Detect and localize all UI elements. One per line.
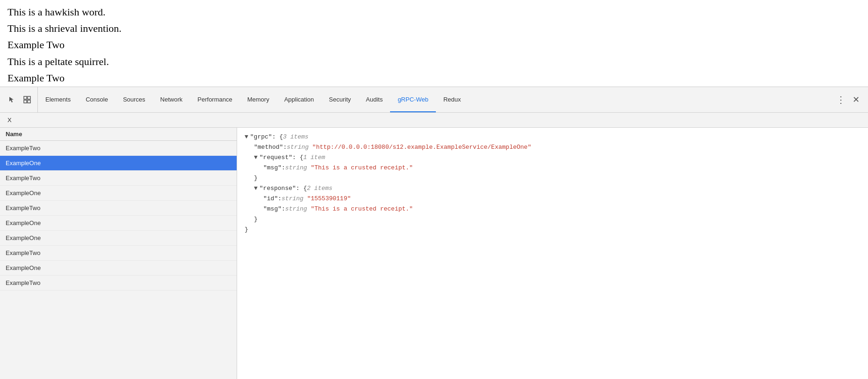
- page-line-4: This is a peltate squirrel.: [7, 53, 861, 70]
- page-content: This is a hawkish word. This is a shriev…: [0, 0, 868, 87]
- page-line-5: Example Two: [7, 70, 861, 86]
- list-item[interactable]: ExampleTwo: [0, 276, 237, 291]
- list-item[interactable]: ExampleOne: [0, 216, 237, 231]
- collapse-arrow-response[interactable]: ▼: [254, 185, 258, 192]
- json-request-line: ▼ "request" : { 1 item: [245, 154, 861, 164]
- json-request-close: }: [245, 175, 861, 185]
- json-method-line: "method" : string "http://0.0.0.0:18080/…: [245, 144, 861, 154]
- main-content: Name ExampleTwo ExampleOne ExampleTwo Ex…: [0, 128, 868, 379]
- json-detail-panel: ▼ "grpc" : { 3 items "method" : string "…: [237, 128, 868, 379]
- json-id-line: "id" : string "1555390119": [245, 195, 861, 205]
- tab-sources[interactable]: Sources: [116, 87, 153, 112]
- tab-elements[interactable]: Elements: [38, 87, 78, 112]
- cursor-icon[interactable]: [6, 93, 19, 106]
- tab-console[interactable]: Console: [78, 87, 116, 112]
- tabs-container: Elements Console Sources Network Perform…: [38, 87, 831, 112]
- list-item[interactable]: ExampleTwo: [0, 246, 237, 261]
- list-item[interactable]: ExampleTwo: [0, 171, 237, 186]
- tab-bar-end: ⋮ ✕: [831, 93, 866, 106]
- name-list: Name ExampleTwo ExampleOne ExampleTwo Ex…: [0, 128, 237, 379]
- list-item[interactable]: ExampleTwo: [0, 201, 237, 216]
- tab-bar: Elements Console Sources Network Perform…: [0, 87, 868, 113]
- clear-button[interactable]: X: [4, 116, 15, 124]
- tab-application[interactable]: Application: [277, 87, 322, 112]
- tab-bar-icons: [2, 87, 38, 112]
- svg-rect-1: [28, 96, 30, 99]
- page-line-2: This is a shrieval invention.: [7, 20, 861, 36]
- tab-performance[interactable]: Performance: [190, 87, 239, 112]
- svg-rect-3: [28, 100, 30, 103]
- collapse-arrow-grpc[interactable]: ▼: [245, 133, 248, 140]
- tab-security[interactable]: Security: [321, 87, 358, 112]
- tab-network[interactable]: Network: [153, 87, 190, 112]
- svg-rect-0: [24, 96, 27, 99]
- secondary-toolbar: X: [0, 113, 868, 128]
- json-root-close: }: [245, 226, 861, 236]
- name-list-header: Name: [0, 128, 237, 141]
- close-devtools-button[interactable]: ✕: [849, 93, 862, 106]
- collapse-arrow-request[interactable]: ▼: [254, 154, 258, 161]
- more-options-button[interactable]: ⋮: [834, 93, 847, 106]
- tab-grpc-web[interactable]: gRPC-Web: [390, 87, 436, 112]
- list-item[interactable]: ExampleOne: [0, 186, 237, 201]
- json-root-line: ▼ "grpc" : { 3 items: [245, 133, 861, 144]
- tab-audits[interactable]: Audits: [358, 87, 390, 112]
- page-line-3: Example Two: [7, 36, 861, 53]
- devtools-panel: Elements Console Sources Network Perform…: [0, 87, 868, 379]
- json-resp-msg-line: "msg" : string "This is a crusted receip…: [245, 205, 861, 216]
- list-item[interactable]: ExampleOne: [0, 156, 237, 171]
- list-item[interactable]: ExampleOne: [0, 231, 237, 246]
- inspect-icon[interactable]: [21, 93, 34, 106]
- page-line-1: This is a hawkish word.: [7, 4, 861, 20]
- json-response-line: ▼ "response" : { 2 items: [245, 185, 861, 195]
- list-item[interactable]: ExampleTwo: [0, 141, 237, 156]
- list-item[interactable]: ExampleOne: [0, 261, 237, 276]
- json-response-close: }: [245, 216, 861, 226]
- tab-memory[interactable]: Memory: [240, 87, 277, 112]
- svg-rect-2: [24, 100, 27, 103]
- tab-redux[interactable]: Redux: [436, 87, 469, 112]
- json-msg-line: "msg" : string "This is a crusted receip…: [245, 164, 861, 175]
